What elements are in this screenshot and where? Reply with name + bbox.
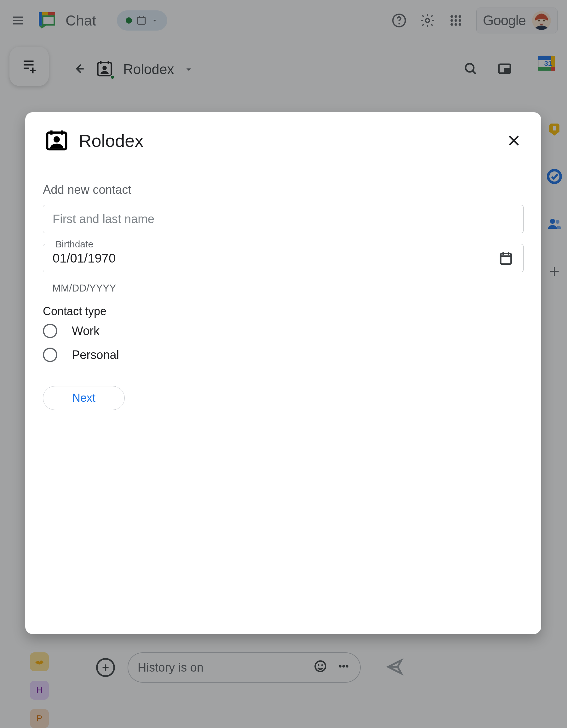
name-field[interactable] bbox=[43, 205, 524, 233]
dialog-title: Rolodex bbox=[79, 130, 143, 151]
birthdate-field-wrap: Birthdate 01/01/1970 bbox=[43, 244, 524, 272]
birthdate-helper: MM/DD/YYYY bbox=[52, 282, 524, 294]
next-button-label: Next bbox=[72, 391, 96, 405]
birthdate-value: 01/01/1970 bbox=[53, 251, 498, 265]
svg-rect-43 bbox=[500, 253, 511, 264]
radio-work-label: Work bbox=[72, 324, 100, 338]
dialog-body: Add new contact Birthdate 01/01/1970 MM/… bbox=[25, 169, 541, 424]
close-button[interactable] bbox=[505, 132, 522, 149]
svg-point-42 bbox=[54, 136, 60, 142]
radio-icon bbox=[43, 348, 57, 362]
next-button[interactable]: Next bbox=[43, 386, 125, 410]
radio-personal-label: Personal bbox=[72, 348, 119, 362]
contact-type-group: Contact type Work Personal bbox=[43, 305, 524, 372]
calendar-icon[interactable] bbox=[498, 250, 514, 266]
radio-work-row[interactable]: Work bbox=[43, 324, 524, 338]
birthdate-field[interactable]: 01/01/1970 bbox=[43, 244, 524, 272]
add-contact-label: Add new contact bbox=[43, 183, 524, 197]
dialog-header: Rolodex bbox=[25, 112, 541, 169]
rolodex-dialog: Rolodex Add new contact Birthdate 01/01/… bbox=[25, 112, 541, 634]
rolodex-icon bbox=[44, 127, 69, 154]
contact-type-label: Contact type bbox=[43, 305, 524, 318]
birthdate-label: Birthdate bbox=[52, 239, 96, 250]
radio-personal-row[interactable]: Personal bbox=[43, 348, 524, 362]
close-icon bbox=[506, 133, 521, 148]
radio-icon bbox=[43, 324, 57, 338]
